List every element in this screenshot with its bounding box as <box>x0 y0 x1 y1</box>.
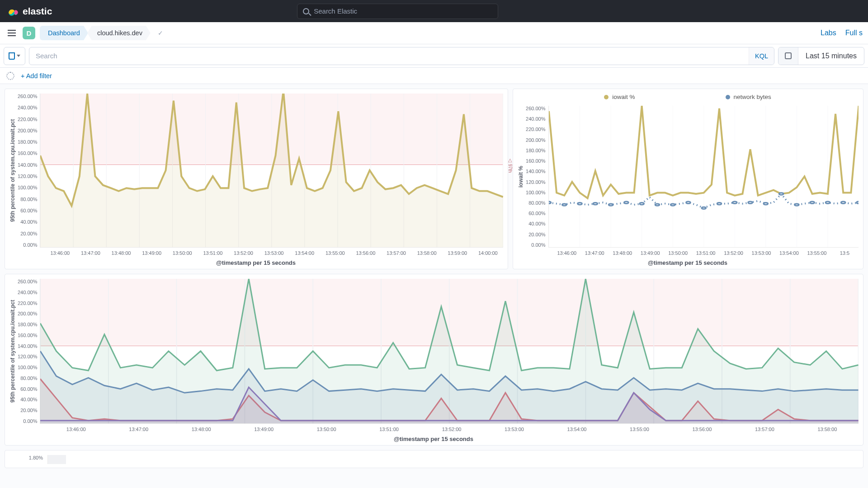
filter-options-icon[interactable] <box>6 72 14 80</box>
svg-point-26 <box>549 202 551 203</box>
panel-multi-series: 95th percentile of system.cpu.iowait.pct… <box>5 274 863 446</box>
x-axis-ticks: 13:46:0013:47:0013:48:0013:49:0013:50:00… <box>45 250 503 256</box>
y-axis-ticks: 260.00%240.00%220.00%200.00%180.00%160.0… <box>17 279 40 424</box>
fullscreen-link[interactable]: Full s <box>845 29 863 37</box>
svg-point-31 <box>624 202 628 203</box>
breadcrumb-dashboard[interactable]: Dashboard <box>40 26 88 40</box>
y-axis-title: 95th percentile of system.cpu.iowait.pct <box>9 94 17 248</box>
svg-point-37 <box>717 203 722 205</box>
svg-point-35 <box>686 202 690 203</box>
svg-point-32 <box>639 203 644 205</box>
svg-point-46 <box>856 202 859 203</box>
svg-point-36 <box>701 207 706 209</box>
x-axis-title: @timestamp per 15 seconds <box>9 259 503 266</box>
y-axis-title: 95th percentile of system.cpu.iowait.pct <box>9 279 17 424</box>
add-filter-button[interactable]: + Add filter <box>21 72 52 80</box>
chevron-down-icon <box>17 55 20 57</box>
svg-point-29 <box>593 203 598 205</box>
dashboard-body: 95th percentile of system.cpu.iowait.pct… <box>0 84 868 473</box>
svg-point-33 <box>655 204 660 206</box>
svg-point-30 <box>609 204 613 206</box>
query-bar: Search KQL Last 15 minutes <box>0 44 868 68</box>
space-selector[interactable]: D <box>23 27 35 39</box>
svg-point-41 <box>779 193 783 195</box>
time-range-label: Last 15 minutes <box>798 52 864 60</box>
chart-plot-area[interactable] <box>548 106 859 248</box>
app-header: elastic Search Elastic <box>0 0 868 22</box>
svg-point-42 <box>794 204 799 206</box>
search-icon <box>303 8 309 14</box>
saved-query-button[interactable] <box>4 47 25 65</box>
svg-point-44 <box>826 202 830 203</box>
breadcrumb-current[interactable]: cloud.hikes.dev <box>87 26 151 40</box>
svg-point-34 <box>670 204 675 206</box>
chart-plot-area[interactable]: 97th <box>40 94 503 248</box>
elastic-logo-icon <box>7 5 19 17</box>
labs-link[interactable]: Labs <box>821 29 836 37</box>
svg-point-40 <box>764 203 768 205</box>
svg-point-45 <box>841 202 845 203</box>
svg-point-43 <box>810 202 814 203</box>
breadcrumb: Dashboard cloud.hikes.dev <box>40 26 151 40</box>
svg-point-27 <box>562 204 566 206</box>
y-tick: 1.80% <box>25 455 43 460</box>
sub-header: D Dashboard cloud.hikes.dev ✓ Labs Full … <box>0 22 868 44</box>
x-axis-ticks: 13:46:0013:47:0013:48:0013:49:0013:50:00… <box>553 250 859 256</box>
chart-legend: iowait %network bytes <box>517 94 859 100</box>
query-input[interactable]: Search KQL <box>29 47 774 65</box>
query-placeholder: Search <box>36 52 57 60</box>
svg-point-39 <box>748 202 752 203</box>
panel-cutoff: 1.80% <box>5 450 863 468</box>
y-axis-ticks: 260.00%240.00%220.00%200.00%180.00%160.0… <box>17 94 40 248</box>
nav-toggle-button[interactable] <box>5 27 18 39</box>
global-search-input[interactable]: Search Elastic <box>297 4 498 19</box>
x-axis-title: @timestamp per 15 seconds <box>517 259 859 266</box>
elastic-logo[interactable]: elastic <box>7 5 52 17</box>
filter-bar: + Add filter <box>0 68 868 84</box>
kql-toggle[interactable]: KQL <box>749 47 774 65</box>
calendar-icon <box>778 47 798 65</box>
time-picker[interactable]: Last 15 minutes <box>778 47 864 65</box>
x-axis-ticks: 13:46:0013:47:0013:48:0013:49:0013:50:00… <box>45 427 859 432</box>
disk-icon <box>9 52 15 60</box>
y-axis-ticks: 260.00%240.00%220.00%200.00%180.00%160.0… <box>525 106 548 248</box>
chart-plot-area[interactable] <box>40 279 859 424</box>
brand-text: elastic <box>23 6 52 17</box>
check-icon: ✓ <box>158 29 163 37</box>
panel-iowait-network: iowait %network bytes iowait % 260.00%24… <box>513 89 863 269</box>
panel-iowait-percentile: 95th percentile of system.cpu.iowait.pct… <box>5 89 508 269</box>
svg-point-38 <box>732 202 737 203</box>
y-axis-title: iowait % <box>517 106 525 248</box>
svg-point-28 <box>577 203 582 205</box>
global-search-placeholder: Search Elastic <box>314 7 357 15</box>
x-axis-title: @timestamp per 15 seconds <box>9 436 859 442</box>
